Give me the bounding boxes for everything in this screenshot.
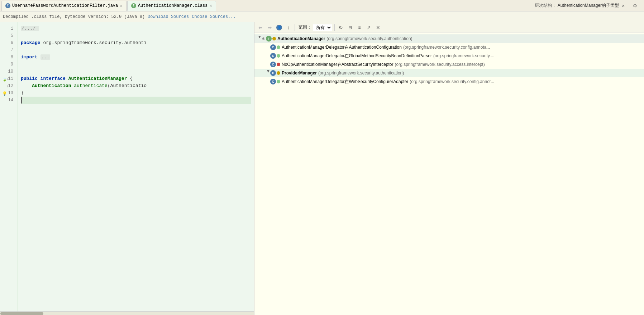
ln-6: 6: [1, 39, 16, 47]
tree-node-3[interactable]: C NoOpAuthenticationManager在AbstractSecu…: [254, 60, 644, 69]
code-line-7: [21, 47, 251, 54]
arrow-1: [264, 44, 270, 50]
tab-bar: C UsernamePasswordAuthenticationFilter.j…: [0, 0, 644, 11]
node4-access-dot: [277, 71, 280, 75]
node4-ci-icon: C: [270, 70, 276, 76]
node5-pkg: (org.springframework.security.config.ann…: [410, 79, 494, 84]
node5-name: AuthenticationManagerDelegator在WebSecuri…: [282, 79, 408, 85]
node1-icons: C: [270, 44, 280, 50]
tab-auth-manager[interactable]: I AuthenticationManager.class ✕: [127, 1, 216, 11]
hierarchy-title: 层次结构：: [535, 3, 556, 9]
tree-node-1[interactable]: C AuthenticationManagerDelegator在Authent…: [254, 43, 644, 52]
root-node-pkg: (org.springframework.security.authentica…: [326, 36, 412, 41]
toolbar-separator-1: [295, 24, 295, 31]
node2-access-dot: [277, 54, 280, 58]
node5-icons: C: [270, 79, 280, 84]
ln-5: 5: [1, 32, 16, 39]
node5-access-dot: [277, 80, 280, 83]
hierarchy-panel: ⬅ ➡ 👤 ↕ 范围： 所有 项目 测试 ↻ ⊟ ≡ ↗ ✕: [254, 22, 644, 315]
tree-node-5[interactable]: C AuthenticationManagerDelegator在WebSecu…: [254, 77, 644, 86]
node4-pkg: (org.springframework.security.authentica…: [318, 71, 404, 76]
btn-forward[interactable]: ➡: [266, 24, 274, 32]
node2-pkg: (org.springframework.security....: [433, 53, 495, 58]
code-line-11: public interface AuthenticationManager {: [21, 75, 251, 82]
root-ci-icon: I: [266, 36, 272, 42]
tab-filter[interactable]: C UsernamePasswordAuthenticationFilter.j…: [1, 1, 127, 11]
root-access-dot: [272, 37, 276, 40]
scope-label: 范围：: [299, 24, 311, 30]
node2-name: AuthenticationManagerDelegator在GlobalMet…: [282, 53, 432, 59]
btn-back[interactable]: ⬅: [257, 24, 264, 32]
decompiled-text: Decompiled .class file, bytecode version…: [3, 14, 145, 19]
code-line-14: [21, 97, 251, 104]
code-area: 1 5 6 7 8 9 10 11 🍃 ↓ 12 ↓ 13 💡: [0, 22, 254, 311]
btn-navigate[interactable]: 👤: [275, 24, 283, 32]
tab-auth-close[interactable]: ✕: [210, 3, 212, 8]
btn-collapse[interactable]: ≡: [356, 24, 363, 32]
arrow-root[interactable]: ▶: [256, 36, 262, 42]
info-bar: Decompiled .class file, bytecode version…: [0, 11, 644, 22]
root-star: ✱: [262, 37, 265, 41]
arrow-4[interactable]: ▶: [264, 70, 270, 76]
node1-pkg: (org.springframework.security.config.ann…: [403, 45, 490, 50]
ln-10: 10: [1, 68, 16, 75]
node2-icons: C: [270, 53, 280, 59]
arrow-3: [264, 62, 270, 67]
code-line-12: Authentication authenticate(Authenticati…: [21, 82, 251, 89]
tree-node-4[interactable]: ▶ C ProviderManager (org.springframework…: [254, 69, 644, 77]
tab-filter-label: UsernamePasswordAuthenticationFilter.jav…: [12, 3, 118, 8]
scope-select[interactable]: 所有 项目 测试: [313, 24, 332, 31]
ln-11: 11 🍃 ↓: [1, 75, 16, 82]
arrow-2: [264, 53, 270, 59]
settings-icon[interactable]: ⚙: [633, 2, 637, 9]
tab-filter-close[interactable]: ✕: [120, 4, 123, 8]
choose-sources-link[interactable]: Choose Sources...: [192, 14, 235, 19]
ln-14: 14: [1, 97, 16, 104]
node3-name: NoOpAuthenticationManager在AbstractSecuri…: [282, 62, 393, 68]
node3-access-dot: [277, 63, 280, 66]
node2-ci-icon: C: [270, 53, 276, 59]
ln-12: 12 ↓: [1, 82, 16, 89]
ln-13: 13 💡: [1, 89, 16, 97]
hierarchy-toolbar: ⬅ ➡ 👤 ↕ 范围： 所有 项目 测试 ↻ ⊟ ≡ ↗ ✕: [254, 22, 644, 33]
code-content[interactable]: /.../ package org.springframework.securi…: [18, 22, 254, 311]
code-line-13: }: [21, 89, 251, 97]
node1-ci-icon: C: [270, 44, 276, 50]
hierarchy-header-close[interactable]: ✕: [622, 3, 625, 9]
node3-pkg: (org.springframework.security.access.int…: [395, 62, 485, 67]
btn-open-editor[interactable]: ↗: [365, 24, 373, 32]
toolbar-separator-2: [334, 24, 335, 31]
code-line-5: [21, 32, 251, 39]
ln-9: 9: [1, 61, 16, 68]
node1-access-dot: [277, 45, 280, 49]
node5-ci-icon: C: [270, 79, 276, 84]
node4-icons: C: [270, 70, 280, 76]
arrow-5: [264, 79, 270, 84]
minimize-icon[interactable]: —: [640, 3, 643, 9]
scrollbar-thumb[interactable]: [0, 312, 43, 315]
ln-7: 7: [1, 47, 16, 54]
code-scrollbar-h[interactable]: [0, 311, 254, 315]
node4-name: ProviderManager: [282, 71, 317, 76]
ln-8: 8: [1, 54, 16, 61]
code-line-10: [21, 68, 251, 75]
hierarchy-subtitle: AuthenticationManager的子类型: [558, 3, 619, 9]
code-line-1: /.../: [21, 25, 251, 32]
node3-ci-icon: C: [270, 62, 276, 67]
btn-expand[interactable]: ⊟: [346, 24, 354, 32]
main-layout: 1 5 6 7 8 9 10 11 🍃 ↓ 12 ↓ 13 💡: [0, 22, 644, 315]
tree-node-root[interactable]: ▶ ✱ I AuthenticationManager (org.springf…: [254, 34, 644, 43]
hierarchy-tree[interactable]: ▶ ✱ I AuthenticationManager (org.springf…: [254, 33, 644, 315]
code-line-9: [21, 61, 251, 68]
btn-close-panel[interactable]: ✕: [374, 24, 382, 32]
tab-filter-icon: C: [5, 3, 10, 8]
btn-sort[interactable]: ↕: [285, 24, 292, 32]
download-sources-link[interactable]: Download Sources: [148, 14, 189, 19]
tab-auth-label: AuthenticationManager.class: [138, 3, 207, 8]
code-line-8: import ...: [21, 54, 251, 61]
tree-node-2[interactable]: C AuthenticationManagerDelegator在GlobalM…: [254, 52, 644, 60]
root-node-name: AuthenticationManager: [277, 36, 325, 41]
tab-auth-icon: I: [131, 3, 136, 8]
btn-refresh[interactable]: ↻: [337, 24, 345, 32]
ln-1: 1: [1, 25, 16, 32]
